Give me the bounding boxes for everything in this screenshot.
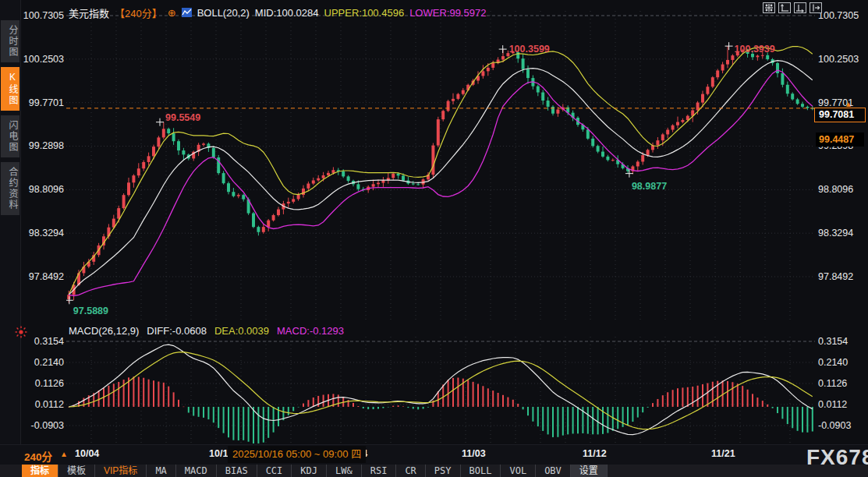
price-direction-arrow-icon: ▲: [845, 100, 852, 108]
price-tick-right: 97.8492: [818, 271, 866, 282]
chart-header: 美元指数 【240分】 ⊕ BOLL(20,2) MID:100.0284 UP…: [69, 6, 486, 19]
tab-cci[interactable]: CCI: [257, 465, 292, 477]
crosshair-time-tooltip: 2025/10/16 05:00 ~ 09:00 四: [228, 446, 366, 463]
last-price-tag: 99.7081: [814, 108, 866, 122]
macd-tick-right: 0.1126: [818, 378, 866, 389]
chart-thumbnail-icon: [182, 8, 192, 17]
price-tick-right: 98.8096: [818, 184, 866, 195]
tab-boll[interactable]: BOLL: [461, 465, 501, 477]
sidebar-tab-time-chart[interactable]: 分时图: [1, 20, 19, 62]
x-axis-label: 11/03: [462, 448, 486, 459]
tab-indicator[interactable]: 指标: [22, 465, 58, 477]
secondary-price-tag: 99.4487: [816, 132, 864, 147]
sidebar-tab-contract-info[interactable]: 合约资料: [1, 162, 19, 215]
price-tick-right: 100.2503: [818, 54, 866, 65]
tab-kdj[interactable]: KDJ: [292, 465, 327, 477]
tab-obv[interactable]: OBV: [536, 465, 571, 477]
tab-macd[interactable]: MACD: [176, 465, 217, 477]
alert-icon[interactable]: [14, 325, 28, 339]
macd-tick-right: -0.0903: [818, 420, 866, 431]
macd-tick-right: 0.0112: [818, 399, 866, 410]
macd-header: MACD(26,12,9) DIFF:-0.0608 DEA:0.0039 MA…: [69, 325, 344, 337]
boll-label: BOLL(20,2): [197, 7, 250, 19]
svg-text:98.9877: 98.9877: [632, 181, 667, 192]
boll-upper-value: UPPER:100.4596: [324, 7, 405, 19]
svg-text:97.5889: 97.5889: [73, 306, 108, 316]
scale-right-axis-icon[interactable]: [794, 2, 806, 13]
tab-vol[interactable]: VOL: [501, 465, 536, 477]
svg-text:100.3939: 100.3939: [735, 44, 775, 55]
tab-template[interactable]: 模板: [58, 465, 95, 477]
tab-cr[interactable]: CR: [396, 465, 425, 477]
symbol-name: 美元指数: [69, 5, 109, 20]
price-tick-right: 98.3294: [818, 228, 866, 238]
sidebar-tab-kline-chart[interactable]: K线图: [1, 67, 19, 111]
macd-tick-right: 0.3154: [818, 336, 866, 347]
tab-psy[interactable]: PSY: [426, 465, 461, 477]
macd-macd-value: MACD:-0.1293: [277, 325, 344, 337]
svg-text:99.5549: 99.5549: [165, 112, 200, 123]
tab-settings[interactable]: 设置: [571, 465, 608, 477]
macd-tick-right: 0.2140: [818, 357, 866, 368]
macd-title: MACD(26,12,9): [69, 325, 139, 337]
move-tool-icon[interactable]: [763, 2, 775, 13]
svg-text:100.3599: 100.3599: [509, 44, 550, 55]
tab-ma[interactable]: MA: [147, 465, 175, 477]
tab-lw[interactable]: LW&: [327, 465, 362, 477]
tab-bias[interactable]: BIAS: [217, 465, 257, 477]
scale-left-axis-icon[interactable]: [778, 2, 791, 13]
candlestick-boll-plot[interactable]: 97.588999.5549100.359998.9877100.3939: [66, 11, 815, 322]
tab-rsi[interactable]: RSI: [362, 465, 397, 477]
sidebar-tab-lightning-chart[interactable]: 闪电图: [1, 115, 19, 157]
macd-dea-value: DEA:0.0039: [214, 325, 269, 337]
macd-diff-value: DIFF:-0.0608: [147, 325, 207, 337]
x-axis-label: 11/21: [711, 448, 735, 459]
boll-lower-value: LOWER:99.5972: [409, 7, 486, 19]
price-tick-right: 100.7305: [818, 10, 866, 21]
left-sidebar: 分时图 K线图 闪电图 合约资料: [0, 0, 21, 477]
tab-vip-indicator[interactable]: VIP指标: [95, 465, 147, 477]
chart-tools: [763, 2, 822, 13]
x-axis-label: 10/04: [75, 448, 99, 459]
pan-right-icon[interactable]: [810, 2, 822, 13]
add-indicator-icon[interactable]: ⊕: [168, 8, 176, 18]
indicator-toolbar: 指标 模板 VIP指标 MA MACD BIAS CCI KDJ LW& RSI…: [0, 465, 868, 477]
boll-mid-value: MID:100.0284: [255, 7, 319, 19]
macd-plot[interactable]: [66, 337, 815, 443]
price-tick-right: 99.7701: [818, 97, 866, 108]
period-label: 【240分】: [115, 5, 162, 20]
x-axis-row: 240分 ▲ 10/04 10/15 10/24 11/03 11/12 11/…: [0, 444, 868, 465]
x-axis-label: 11/12: [583, 448, 607, 459]
period-dropdown-arrow-icon[interactable]: ▲: [60, 450, 68, 458]
period-selector[interactable]: 240分: [24, 448, 52, 464]
fx678-watermark: FX678: [806, 445, 868, 470]
